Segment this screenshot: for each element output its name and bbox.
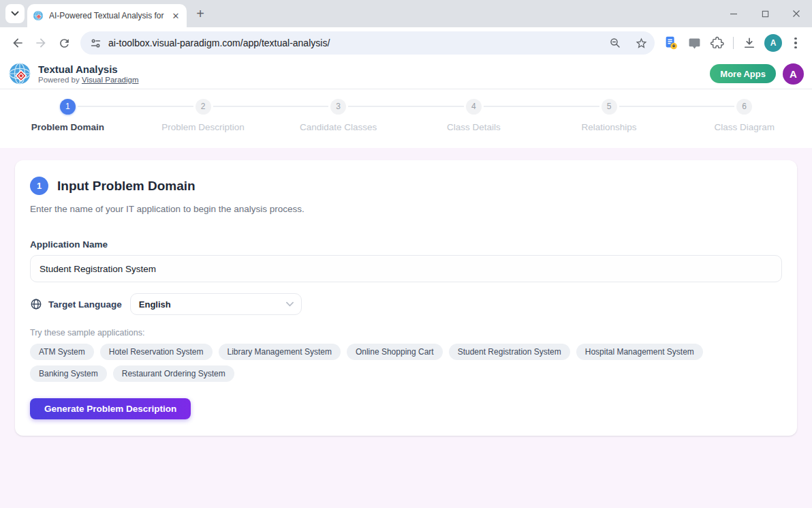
step-class-diagram[interactable]: 6 Class Diagram — [676, 98, 812, 132]
step-number: 1 — [60, 99, 76, 115]
target-language-select[interactable]: English — [130, 293, 302, 315]
browser-tab[interactable]: AI-Powered Textual Analysis for ✕ — [27, 4, 187, 27]
powered-by: Powered by Visual Paradigm — [38, 76, 138, 84]
sample-chips: ATM System Hotel Reservation System Libr… — [30, 344, 711, 382]
sample-chip-online-shopping-cart[interactable]: Online Shopping Cart — [347, 344, 443, 360]
target-language-value: English — [139, 299, 171, 310]
address-bar[interactable]: ai-toolbox.visual-paradigm.com/app/textu… — [80, 31, 655, 55]
tab-search-button[interactable] — [5, 4, 25, 23]
browser-tab-strip: AI-Powered Textual Analysis for ✕ + — [0, 0, 812, 27]
step-class-details[interactable]: 4 Class Details — [406, 98, 542, 132]
step-label: Class Details — [447, 122, 501, 132]
browser-profile-avatar[interactable]: A — [764, 34, 782, 52]
app-title-block: Textual Analysis Powered by Visual Parad… — [38, 63, 138, 83]
chat-bubble-icon — [688, 37, 701, 50]
powered-by-prefix: Powered by — [38, 76, 82, 84]
page-title: Input Problem Domain — [57, 179, 196, 194]
card-header: 1 Input Problem Domain — [30, 177, 782, 195]
star-icon — [635, 37, 648, 50]
reload-icon — [58, 37, 71, 50]
visual-paradigm-link[interactable]: Visual Paradigm — [82, 76, 139, 84]
maximize-icon — [762, 10, 769, 18]
chevron-down-icon — [11, 11, 19, 16]
step-number: 3 — [330, 99, 346, 115]
forward-button[interactable] — [30, 32, 52, 54]
more-apps-button[interactable]: More Apps — [710, 64, 776, 83]
window-maximize-button[interactable] — [749, 0, 781, 27]
globe-icon — [30, 298, 42, 310]
step-number: 2 — [196, 99, 211, 115]
target-language-row: Target Language English — [30, 293, 782, 315]
docs-offline-extension-button[interactable] — [660, 32, 682, 54]
visual-paradigm-favicon-icon — [33, 10, 44, 21]
wizard-stepper: 1 Problem Domain 2 Problem Description 3… — [0, 89, 812, 148]
window-controls — [718, 0, 812, 27]
user-avatar[interactable]: A — [783, 63, 804, 85]
download-icon — [743, 36, 756, 50]
visual-paradigm-logo-icon — [8, 62, 31, 85]
window-close-button[interactable] — [781, 0, 812, 27]
new-tab-button[interactable]: + — [191, 4, 210, 23]
puzzle-piece-icon — [710, 36, 724, 50]
card-subtitle: Enter the name of your IT application to… — [30, 204, 782, 214]
sample-chip-banking-system[interactable]: Banking System — [30, 365, 107, 382]
header-right: More Apps A — [710, 63, 804, 85]
bookmark-button[interactable] — [631, 33, 651, 53]
step-number: 6 — [736, 99, 752, 115]
app-title: Textual Analysis — [38, 63, 138, 75]
generate-problem-description-button[interactable]: Generate Problem Description — [30, 398, 191, 419]
forward-arrow-icon — [34, 36, 48, 50]
extensions-button[interactable] — [706, 32, 728, 54]
window-minimize-button[interactable] — [718, 0, 749, 27]
reload-button[interactable] — [53, 32, 75, 54]
docs-offline-extension-icon — [663, 35, 678, 50]
browser-toolbar: ai-toolbox.visual-paradigm.com/app/textu… — [0, 27, 812, 59]
step-label: Class Diagram — [714, 122, 775, 132]
zoom-out-magnifier-icon — [609, 37, 621, 49]
step-label: Candidate Classes — [300, 122, 377, 132]
toolbar-separator — [733, 37, 734, 49]
page-content: 1 Input Problem Domain Enter the name of… — [0, 148, 812, 448]
step-number: 5 — [602, 99, 617, 115]
step-label: Relationships — [582, 122, 637, 132]
minimize-icon — [730, 10, 738, 18]
problem-domain-card: 1 Input Problem Domain Enter the name of… — [15, 160, 797, 436]
back-arrow-icon — [11, 36, 25, 50]
sample-chip-restaurant-ordering-system[interactable]: Restaurant Ordering System — [113, 365, 234, 382]
sample-chip-hotel-reservation-system[interactable]: Hotel Reservation System — [100, 344, 213, 360]
target-language-label: Target Language — [48, 299, 122, 310]
sample-chip-atm-system[interactable]: ATM System — [30, 344, 94, 360]
downloads-button[interactable] — [738, 32, 760, 54]
chat-extension-button[interactable] — [683, 32, 705, 54]
browser-menu-button[interactable] — [786, 38, 805, 49]
chevron-down-icon — [286, 301, 294, 307]
step-relationships[interactable]: 5 Relationships — [542, 98, 677, 132]
app-header: Textual Analysis Powered by Visual Parad… — [0, 59, 812, 89]
url-text[interactable]: ai-toolbox.visual-paradigm.com/app/textu… — [108, 38, 599, 48]
step-problem-description[interactable]: 2 Problem Description — [136, 98, 271, 132]
back-button[interactable] — [7, 32, 29, 54]
step-badge: 1 — [30, 177, 48, 195]
samples-caption: Try these sample applications: — [30, 328, 782, 338]
application-name-input[interactable] — [30, 255, 782, 282]
step-number: 4 — [466, 99, 482, 115]
tab-title: AI-Powered Textual Analysis for — [49, 11, 165, 20]
tab-close-icon[interactable]: ✕ — [170, 10, 181, 21]
zoom-button[interactable] — [606, 33, 625, 53]
site-info-tune-icon[interactable] — [90, 38, 102, 49]
step-label: Problem Description — [161, 122, 245, 132]
step-label: Problem Domain — [31, 122, 104, 132]
step-problem-domain[interactable]: 1 Problem Domain — [0, 98, 136, 132]
sample-chip-hospital-management-system[interactable]: Hospital Management System — [576, 344, 703, 360]
close-icon — [792, 10, 800, 18]
application-name-label: Application Name — [30, 239, 782, 250]
sample-chip-library-management-system[interactable]: Library Management System — [219, 344, 341, 360]
step-candidate-classes[interactable]: 3 Candidate Classes — [270, 98, 406, 132]
sample-chip-student-registration-system[interactable]: Student Registration System — [449, 344, 570, 360]
